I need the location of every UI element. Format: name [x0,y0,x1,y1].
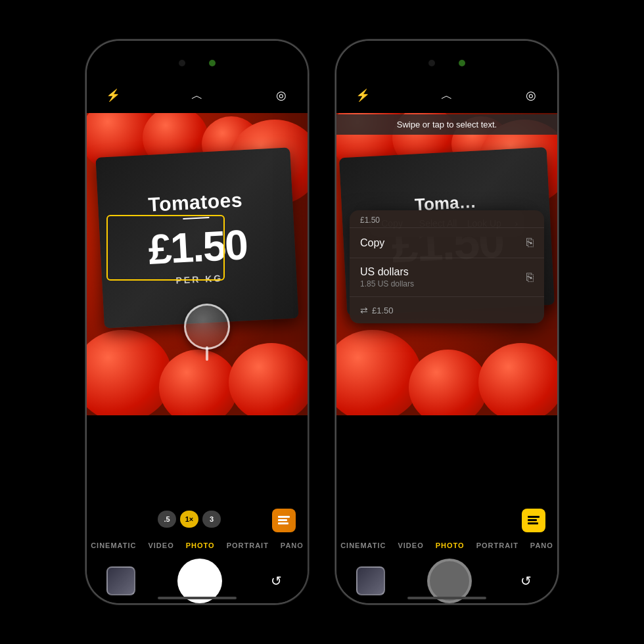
ocr-highlight-1 [106,215,225,281]
chevron-up-icon-2[interactable]: ︿ [436,85,457,106]
svg-rect-4 [528,519,537,521]
home-indicator-2 [407,597,486,599]
magnifier [184,304,230,350]
phone-1: ⚡ ︿ ◎ Tomatoes £ [85,39,309,605]
mode-selector-2: CINEMATIC VIDEO PHOTO PORTRAIT PANO [336,532,557,559]
tomato-2-6 [409,350,488,415]
indicator-dot-2 [459,60,465,66]
mode-pano-2[interactable]: PANO [530,541,553,549]
popup-footer-label: £1.50 [372,306,534,315]
copy-icon-2: ⎘ [526,271,534,285]
popup-footer-item[interactable]: ⇄ £1.50 [350,296,544,323]
mode-video-1[interactable]: VIDEO [148,541,173,549]
dynamic-island-1 [158,52,237,74]
tomato-2-7 [478,343,557,415]
flip-camera-button-1[interactable]: ↺ [264,569,288,593]
copy-icon-1: ⎘ [526,236,534,250]
home-indicator-1 [158,597,237,599]
viewfinder-1: Tomatoes £1.50 PER KG [87,113,308,415]
svg-rect-3 [528,516,540,518]
popup-usd-sub: 1.85 US dollars [360,279,414,288]
svg-rect-0 [278,516,290,518]
tomato-6 [159,350,238,415]
tomato-background-2: Toma… £1.50 Copy Select All Look Up › £1… [336,113,557,415]
camera-controls-2: ⚡ ︿ ◎ [336,77,557,113]
tomato-5 [87,330,172,415]
tomato-2-5 [336,330,422,415]
swipe-hint: Swipe or tap to select text. [336,114,557,135]
popup-usd-label: US dollars [360,266,414,278]
mode-pano-1[interactable]: PANO [281,541,304,549]
svg-rect-1 [278,519,287,521]
svg-rect-2 [278,522,288,524]
focal-dot-3[interactable]: 3 [202,511,221,528]
phone-2-screen: ⚡ ︿ ◎ Swipe or tap to select text. [336,41,557,603]
popup-copy-item[interactable]: Copy ⎘ [350,227,544,258]
popup-header: £1.50 [350,210,544,227]
thumbnail-1[interactable] [106,566,135,595]
flash-icon[interactable]: ⚡ [103,85,124,106]
live-text-button-1[interactable] [272,509,296,532]
mode-photo-1[interactable]: PHOTO [186,541,215,549]
tomato-background-1: Tomatoes £1.50 PER KG [87,113,308,415]
popup-footer-icon: ⇄ [360,305,368,315]
status-bar-1 [87,41,308,77]
settings-icon-2[interactable]: ◎ [520,85,541,106]
sign-title-1: Tomatoes [148,189,243,216]
camera-dot-2 [428,60,435,66]
status-bar-2 [336,41,557,77]
indicator-dot-1 [209,60,216,66]
popup-usd-item[interactable]: US dollars 1.85 US dollars ⎘ [350,258,544,296]
viewfinder-2: Toma… £1.50 Copy Select All Look Up › £1… [336,113,557,415]
mode-video-2[interactable]: VIDEO [398,541,423,549]
focal-dot-1x[interactable]: 1× [180,511,198,528]
svg-rect-5 [528,522,538,524]
camera-dot-1 [179,60,185,66]
camera-controls-1: ⚡ ︿ ◎ [87,77,308,113]
focal-dot-05[interactable]: .5 [158,511,176,528]
mode-cinematic-1[interactable]: CINEMATIC [91,541,136,549]
phone-1-frame: ⚡ ︿ ◎ Tomatoes £ [85,39,309,605]
flip-camera-button-2[interactable]: ↺ [514,569,538,593]
phone-2: ⚡ ︿ ◎ Swipe or tap to select text. [335,39,559,605]
dynamic-island-2 [407,52,486,74]
bottom-popup: £1.50 Copy ⎘ US dollars 1.85 US dollars [350,210,544,323]
mode-portrait-1[interactable]: PORTRAIT [227,541,269,549]
phone-1-screen: ⚡ ︿ ◎ Tomatoes £ [87,41,308,603]
mode-cinematic-2[interactable]: CINEMATIC [340,541,386,549]
mode-portrait-2[interactable]: PORTRAIT [476,541,518,549]
phone-2-frame: ⚡ ︿ ◎ Swipe or tap to select text. [335,39,559,605]
chevron-up-icon[interactable]: ︿ [187,85,208,106]
thumbnail-2[interactable] [356,566,385,595]
settings-icon[interactable]: ◎ [271,85,292,106]
mode-photo-2[interactable]: PHOTO [436,541,465,549]
flash-icon-2[interactable]: ⚡ [352,85,373,106]
popup-copy-label: Copy [360,237,384,249]
mode-selector-1: CINEMATIC VIDEO PHOTO PORTRAIT PANO [87,532,308,559]
focal-dots: .5 1× 3 [158,511,221,528]
tomato-7 [229,343,308,415]
live-text-button-2[interactable] [522,509,545,532]
